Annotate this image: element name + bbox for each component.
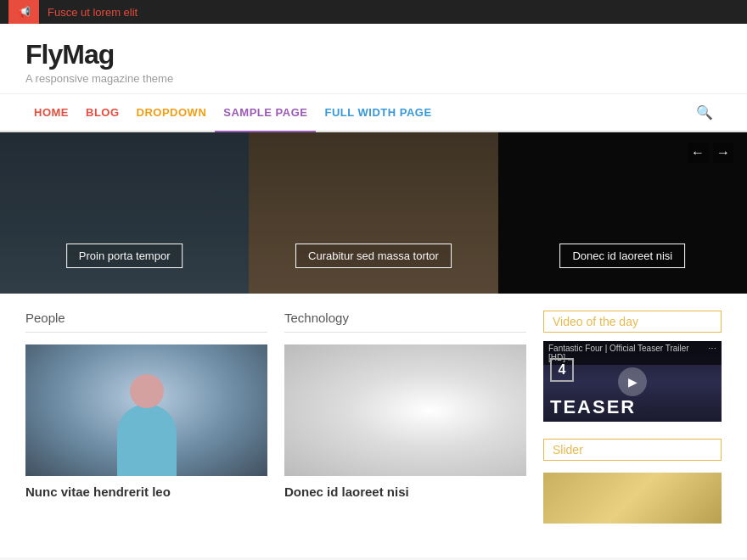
- site-title[interactable]: FlyMag: [25, 39, 722, 70]
- sidebar: Video of the day Fantastic Four | Offici…: [543, 311, 722, 540]
- slider-widget-title: Slider: [543, 439, 722, 461]
- technology-section-title: Technology: [284, 311, 526, 333]
- content-columns: People Nunc vitae hendrerit leo Technolo…: [25, 311, 526, 540]
- people-section-title: People: [25, 311, 267, 333]
- people-article-image[interactable]: [25, 344, 267, 476]
- video-teaser-label: TEASER: [550, 396, 636, 417]
- technology-column: Technology Donec id laoreet nisi: [284, 311, 526, 540]
- slider-panel-1[interactable]: Proin porta tempor: [0, 132, 249, 294]
- person-head: [130, 374, 164, 408]
- video-badge-text: 4: [559, 362, 566, 378]
- nav-item-fullwidth[interactable]: FULL WIDTH PAGE: [316, 94, 440, 131]
- nav-item-blog[interactable]: BLOG: [77, 94, 128, 131]
- video-play-button[interactable]: ▶: [618, 367, 647, 396]
- slider-widget-thumbnail[interactable]: [543, 473, 722, 524]
- megaphone-icon: 📢: [8, 0, 39, 24]
- top-bar: 📢 Fusce ut lorem elit: [0, 0, 747, 24]
- slider-panel-2[interactable]: Curabitur sed massa tortor: [249, 132, 497, 294]
- search-icon[interactable]: 🔍: [688, 96, 722, 129]
- technology-article-title[interactable]: Donec id laoreet nisi: [284, 484, 526, 499]
- slider-nav: ← →: [688, 143, 733, 163]
- people-column: People Nunc vitae hendrerit leo: [25, 311, 267, 540]
- main-content: People Nunc vitae hendrerit leo Technolo…: [0, 294, 747, 557]
- site-header: FlyMag A responsive magazine theme: [0, 24, 747, 94]
- top-bar-text: Fusce ut lorem elit: [48, 6, 138, 19]
- nav-item-dropdown[interactable]: DROPDOWN: [128, 94, 216, 131]
- video-share-icon: ⋯: [708, 344, 716, 362]
- person-figure: [113, 366, 181, 476]
- slider-caption-1: Proin porta tempor: [66, 244, 183, 268]
- site-tagline: A responsive magazine theme: [25, 72, 722, 85]
- nav-items: HOME BLOG DROPDOWN SAMPLE PAGE FULL WIDT…: [25, 94, 688, 131]
- people-article-title[interactable]: Nunc vitae hendrerit leo: [25, 484, 267, 499]
- slider-panel-1-bg: [0, 132, 249, 294]
- hero-slider: ← → Proin porta tempor Curabitur sed mas…: [0, 132, 747, 294]
- nav-item-home[interactable]: HOME: [25, 94, 77, 131]
- slider-panel-2-bg: [249, 132, 497, 294]
- video-thumbnail[interactable]: Fantastic Four | Official Teaser Trailer…: [543, 341, 722, 422]
- technology-article-image[interactable]: [284, 344, 526, 476]
- video-badge: 4: [550, 358, 574, 382]
- slider-caption-2: Curabitur sed massa tortor: [295, 244, 452, 268]
- slider-widget: Slider: [543, 439, 722, 524]
- nav-item-sample[interactable]: SAMPLE PAGE: [215, 94, 316, 132]
- main-nav: HOME BLOG DROPDOWN SAMPLE PAGE FULL WIDT…: [0, 94, 747, 132]
- video-bottom-bar: TEASER: [543, 393, 722, 422]
- video-widget-title: Video of the day: [543, 311, 722, 333]
- slider-caption-3: Donec id laoreet nisi: [559, 244, 685, 268]
- technology-image-inner: [284, 344, 526, 476]
- slider-prev-button[interactable]: ←: [688, 143, 708, 163]
- slider-next-button[interactable]: →: [713, 143, 733, 163]
- video-widget: Video of the day Fantastic Four | Offici…: [543, 311, 722, 422]
- person-body: [117, 404, 177, 476]
